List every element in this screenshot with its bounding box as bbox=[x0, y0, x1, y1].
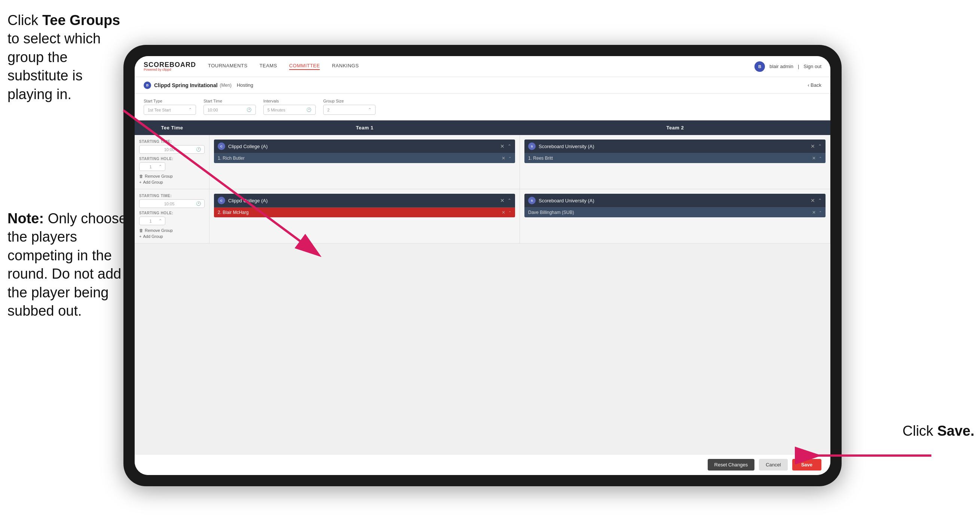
sign-out-link[interactable]: Sign out bbox=[803, 64, 821, 69]
group-size-label: Group Size bbox=[323, 99, 375, 103]
col-team2: Team 2 bbox=[520, 121, 830, 135]
start-type-group: Start Type 1st Tee Start ⌃ bbox=[144, 99, 196, 115]
intervals-group: Intervals 5 Minutes 🕐 bbox=[263, 99, 316, 115]
save-button[interactable]: Save bbox=[792, 459, 821, 471]
tablet-screen: SCOREBOARD Powered by clippd TOURNAMENTS… bbox=[135, 56, 830, 475]
nav-rankings[interactable]: RANKINGS bbox=[332, 63, 359, 70]
team1-logo-2: C bbox=[218, 197, 225, 204]
team1-card-2[interactable]: C Clippd College (A) ✕ ⌃ 2. Blair McHarg bbox=[214, 194, 515, 217]
team1-remove-btn-2[interactable]: ✕ bbox=[500, 197, 504, 204]
starting-hole-input-1[interactable]: 1 ⌃ bbox=[139, 162, 165, 171]
team1-header-2: C Clippd College (A) ✕ ⌃ bbox=[214, 194, 515, 207]
scoreboard-logo: SCOREBOARD Powered by clippd bbox=[144, 61, 196, 72]
player-chevron-1-2[interactable]: ⌃ bbox=[508, 210, 511, 215]
team2-cell-1: S Scoreboard University (A) ✕ ⌃ 1. Rees … bbox=[520, 135, 830, 189]
tee-group-row: STARTING TIME: 10:00 🕐 STARTING HOLE: 1 … bbox=[135, 135, 830, 189]
player-remove-2-2[interactable]: ✕ bbox=[812, 210, 816, 215]
nav-separator: | bbox=[798, 64, 799, 69]
player-chevron-2-1[interactable]: ⌃ bbox=[819, 156, 822, 161]
team1-actions-1: ✕ ⌃ bbox=[500, 143, 511, 149]
player-name-2-1: 1. Rees Britt bbox=[528, 156, 812, 161]
sub-nav-hosting: Hosting bbox=[237, 82, 253, 88]
nav-committee[interactable]: COMMITTEE bbox=[289, 63, 320, 70]
starting-hole-label-2: STARTING HOLE: bbox=[139, 211, 205, 215]
start-type-input[interactable]: 1st Tee Start ⌃ bbox=[144, 105, 196, 115]
col-team1: Team 1 bbox=[210, 121, 520, 135]
starting-time-input-2[interactable]: 10:05 🕐 bbox=[139, 199, 205, 208]
team2-chevron-2[interactable]: ⌃ bbox=[818, 198, 822, 203]
player-row-1-1: 1. Rich Butler ✕ ⌃ bbox=[214, 153, 515, 163]
team2-actions-1: ✕ ⌃ bbox=[811, 143, 822, 149]
team1-cell-2: C Clippd College (A) ✕ ⌃ 2. Blair McHarg bbox=[210, 189, 520, 243]
col-tee-time: Tee Time bbox=[135, 121, 210, 135]
sub-nav-back[interactable]: ‹ Back bbox=[808, 82, 821, 88]
player-remove-2-1[interactable]: ✕ bbox=[812, 156, 816, 161]
user-name: blair admin bbox=[769, 64, 793, 69]
player-name-1-2: 2. Blair McHarg bbox=[218, 210, 501, 215]
team2-chevron-1[interactable]: ⌃ bbox=[818, 143, 822, 149]
group-size-input[interactable]: 2 ⌃ bbox=[323, 105, 375, 115]
team2-remove-btn-2[interactable]: ✕ bbox=[811, 197, 815, 204]
team2-cell-2: S Scoreboard University (A) ✕ ⌃ Dave Bil… bbox=[520, 189, 830, 243]
team2-actions-2: ✕ ⌃ bbox=[811, 197, 822, 204]
starting-time-label-1: STARTING TIME: bbox=[139, 140, 205, 143]
player-actions-1-2: ✕ ⌃ bbox=[501, 210, 511, 215]
team2-card-1: S Scoreboard University (A) ✕ ⌃ 1. Rees … bbox=[524, 140, 826, 163]
team1-remove-btn-1[interactable]: ✕ bbox=[500, 143, 504, 149]
nav-tournaments[interactable]: TOURNAMENTS bbox=[208, 63, 248, 70]
team2-header-1: S Scoreboard University (A) ✕ ⌃ bbox=[524, 140, 826, 153]
note-label: Note: bbox=[8, 210, 48, 226]
nav-teams[interactable]: TEAMS bbox=[259, 63, 277, 70]
intervals-input[interactable]: 5 Minutes 🕐 bbox=[263, 105, 316, 115]
team1-card-1: C Clippd College (A) ✕ ⌃ 1. Rich Butler bbox=[214, 140, 515, 163]
remove-group-btn-2[interactable]: 🗑 Remove Group bbox=[139, 228, 205, 232]
team1-logo-1: C bbox=[218, 143, 225, 150]
player-row-2-1: 1. Rees Britt ✕ ⌃ bbox=[524, 153, 826, 163]
instruction-text: Click Tee Groups to select which group t… bbox=[8, 11, 123, 103]
add-group-btn-2[interactable]: + Add Group bbox=[139, 234, 205, 239]
reset-button[interactable]: Reset Changes bbox=[708, 459, 755, 471]
nav-right: B blair admin | Sign out bbox=[754, 61, 821, 72]
table-header: Tee Time Team 1 Team 2 bbox=[135, 121, 830, 135]
bottom-bar: Reset Changes Cancel Save bbox=[135, 454, 830, 475]
start-time-group: Start Time 10:00 🕐 bbox=[204, 99, 256, 115]
start-time-label: Start Time bbox=[204, 99, 256, 103]
player-remove-1-2[interactable]: ✕ bbox=[501, 210, 505, 215]
nav-links: TOURNAMENTS TEAMS COMMITTEE RANKINGS bbox=[208, 63, 754, 70]
remove-group-btn-1[interactable]: 🗑 Remove Group bbox=[139, 174, 205, 178]
team2-header-2: S Scoreboard University (A) ✕ ⌃ bbox=[524, 194, 826, 207]
starting-time-input-1[interactable]: 10:00 🕐 bbox=[139, 145, 205, 154]
team2-remove-btn-1[interactable]: ✕ bbox=[811, 143, 815, 149]
add-group-btn-1[interactable]: + Add Group bbox=[139, 180, 205, 185]
team1-chevron-2[interactable]: ⌃ bbox=[508, 198, 511, 203]
cancel-button[interactable]: Cancel bbox=[759, 459, 788, 471]
team1-cell-1: C Clippd College (A) ✕ ⌃ 1. Rich Butler bbox=[210, 135, 520, 189]
logo-top: SCOREBOARD bbox=[144, 61, 196, 68]
note-text: Note: Only choose the players competing … bbox=[8, 209, 131, 320]
team1-header-1: C Clippd College (A) ✕ ⌃ bbox=[214, 140, 515, 153]
player-actions-1-1: ✕ ⌃ bbox=[501, 156, 511, 161]
team1-name-1: Clippd College (A) bbox=[228, 143, 500, 149]
tee-time-cell-2: STARTING TIME: 10:05 🕐 STARTING HOLE: 1 … bbox=[135, 189, 210, 243]
intervals-label: Intervals bbox=[263, 99, 316, 103]
starting-hole-input-2[interactable]: 1 ⌃ bbox=[139, 217, 165, 225]
sub-nav-title: Clippd Spring Invitational bbox=[154, 82, 218, 88]
player-chevron-1-1[interactable]: ⌃ bbox=[508, 156, 511, 161]
start-type-label: Start Type bbox=[144, 99, 196, 103]
team1-chevron-1[interactable]: ⌃ bbox=[508, 143, 511, 149]
sub-nav-logo: B bbox=[144, 81, 151, 89]
team2-logo-2: S bbox=[528, 197, 536, 204]
team1-actions-2: ✕ ⌃ bbox=[500, 197, 511, 204]
start-time-input[interactable]: 10:00 🕐 bbox=[204, 105, 256, 115]
player-name-1-1: 1. Rich Butler bbox=[218, 156, 501, 161]
starting-hole-label-1: STARTING HOLE: bbox=[139, 157, 205, 161]
main-content: Start Type 1st Tee Start ⌃ Start Time 10… bbox=[135, 94, 830, 454]
player-chevron-2-2[interactable]: ⌃ bbox=[819, 210, 822, 215]
top-nav: SCOREBOARD Powered by clippd TOURNAMENTS… bbox=[135, 56, 830, 77]
group-size-group: Group Size 2 ⌃ bbox=[323, 99, 375, 115]
player-row-1-2-highlighted: 2. Blair McHarg ✕ ⌃ bbox=[214, 207, 515, 217]
player-remove-1-1[interactable]: ✕ bbox=[501, 156, 505, 161]
starting-time-label-2: STARTING TIME: bbox=[139, 194, 205, 198]
player-name-2-2: Dave Billingham (SUB) bbox=[528, 210, 812, 215]
user-avatar: B bbox=[754, 61, 765, 72]
